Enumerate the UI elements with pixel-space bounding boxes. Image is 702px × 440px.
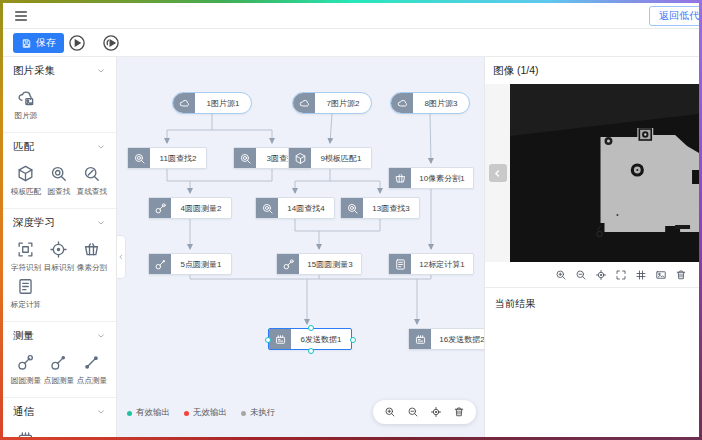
chevron-left-icon [492,168,503,179]
flow-node-device[interactable]: 6发送数据1 [268,328,352,350]
flow-node-circle-find[interactable]: 11圆查找2 [127,147,207,169]
trash-icon[interactable] [675,269,687,281]
legend-dot [127,411,132,416]
back-to-lowcode-button[interactable]: 返回低代 [649,6,699,26]
chevron-down-icon [96,331,106,341]
sidebar-section-0: 图片采集图片源 [3,57,116,133]
calib-icon-box [389,254,411,274]
tool-item-label: 圆圆测量 [10,375,40,385]
measure-cc-icon-box [149,198,171,218]
tool-item-target[interactable]: 目标识别 [42,240,75,273]
run-loop-button[interactable] [101,33,121,53]
flow-node-measure-cc[interactable]: 4圆圆测量2 [148,197,232,219]
node-label: 14圆查找4 [278,198,334,218]
chevron-down-icon [96,66,106,76]
cloud-image-icon [16,88,35,107]
flow-node-cloud[interactable]: 1图片源1 [172,92,252,114]
flow-node-circle-find[interactable]: 14圆查找4 [255,197,335,219]
tool-item-label: 直线查找 [76,186,106,196]
tool-item-cube[interactable]: 模板匹配 [9,164,42,197]
trash-icon[interactable] [453,406,465,418]
tool-item-label: 点圆测量 [43,375,73,385]
section-header[interactable]: 测量 [3,322,116,349]
flow-node-measure-cc[interactable]: 15圆圆测量3 [276,253,362,275]
node-connect-handle[interactable] [265,337,271,343]
tool-item-measure-pp[interactable]: 点点测量 [75,353,108,386]
legend-dot [184,411,189,416]
cloud-icon [396,97,409,110]
locate-icon[interactable] [595,269,607,281]
flow-edges [117,57,484,437]
zoom-in-icon[interactable] [555,269,567,281]
legend-item: 有效输出 [127,407,170,419]
tool-item-calib[interactable]: 标定计算 [9,277,42,310]
sidebar-collapse-handle[interactable] [117,235,126,279]
circle-find-icon-box [234,148,256,168]
section-header[interactable]: 匹配 [3,133,116,160]
circle-find-icon-box [128,148,150,168]
tool-item-device[interactable]: 发送数据 [9,429,42,437]
tool-item-line-find[interactable]: 直线查找 [75,164,108,197]
tool-item-segment[interactable]: 像素分割 [75,240,108,273]
legend-label: 无效输出 [193,407,227,419]
play-loop-icon [101,33,121,53]
zoom-out-icon[interactable] [575,269,587,281]
frame-icon[interactable] [655,269,667,281]
circle-find-icon [133,152,146,165]
image-nav-strip [485,84,510,262]
output-legend: 有效输出无效输出未执行 [127,407,276,419]
node-label: 7图片源2 [315,93,371,113]
section-header[interactable]: 深度学习 [3,209,116,236]
flow-node-calib[interactable]: 12标定计算1 [388,253,474,275]
node-connect-handle[interactable] [350,337,356,343]
flow-canvas[interactable]: 1图片源17图片源28图片源311圆查找23圆查找19模板匹配110像素分割14… [117,57,484,437]
save-button-label: 保存 [36,36,56,50]
fullscreen-icon[interactable] [615,269,627,281]
device-icon [414,333,427,346]
flow-node-segment[interactable]: 10像素分割1 [388,167,474,189]
save-icon [21,38,32,49]
prev-image-button[interactable] [489,164,507,182]
section-items: 模板匹配圆查找直线查找 [3,160,116,208]
flow-node-cloud[interactable]: 7图片源2 [292,92,372,114]
tool-item-label: 目标识别 [43,262,73,272]
flow-node-cloud[interactable]: 8图片源3 [390,92,470,114]
flow-node-measure-pc[interactable]: 5点圆测量1 [148,253,232,275]
zoom-in-icon[interactable] [384,406,396,418]
zoom-out-icon[interactable] [407,406,419,418]
legend-label: 未执行 [250,407,276,419]
cube-icon [294,152,307,165]
tool-item-ocr[interactable]: 字符识别 [9,240,42,273]
node-label: 8图片源3 [413,93,469,113]
node-label: 11圆查找2 [150,148,206,168]
app-frame: 返回低代 保存 图片采集图片源匹配模板匹配圆查找直线查找深度学习字符识别目标识别… [0,0,702,440]
vision-flow-app: 返回低代 保存 图片采集图片源匹配模板匹配圆查找直线查找深度学习字符识别目标识别… [3,3,699,437]
node-connect-handle[interactable] [308,348,314,354]
section-items: 字符识别目标识别像素分割标定计算 [3,236,116,321]
tool-item-measure-pc[interactable]: 点圆测量 [42,353,75,386]
section-items: 圆圆测量点圆测量点点测量 [3,349,116,397]
flow-node-circle-find[interactable]: 13圆查找3 [340,197,420,219]
tool-item-measure-cc[interactable]: 圆圆测量 [9,353,42,386]
section-header[interactable]: 图片采集 [3,57,116,84]
hamburger-menu-icon[interactable] [13,8,29,24]
tool-item-cloud-image[interactable]: 图片源 [9,88,42,121]
tool-item-label: 图片源 [14,110,37,120]
sidebar-section-1: 匹配模板匹配圆查找直线查找 [3,133,116,209]
section-header[interactable]: 通信 [3,398,116,425]
locate-icon[interactable] [430,406,442,418]
run-once-button[interactable] [67,33,87,53]
flow-node-cube[interactable]: 9模板匹配1 [288,147,372,169]
captured-image[interactable] [510,84,699,262]
node-label: 16发送数据2 [431,329,484,349]
save-button[interactable]: 保存 [13,33,64,53]
cloud-icon [178,97,191,110]
device-icon-box [269,329,291,349]
node-label: 12标定计算1 [411,254,473,274]
circle-find-icon [239,152,252,165]
tool-item-circle-find[interactable]: 圆查找 [42,164,75,197]
grid-icon[interactable] [635,269,647,281]
node-connect-handle[interactable] [308,325,314,331]
flow-node-device[interactable]: 16发送数据2 [408,328,484,350]
node-label: 10像素分割1 [411,168,473,188]
